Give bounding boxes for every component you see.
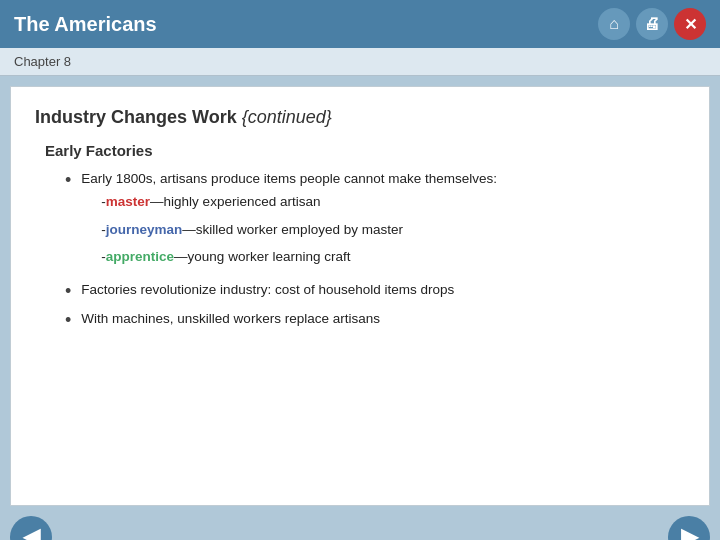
app-header: The Americans ⌂ 🖨 ✕ bbox=[0, 0, 720, 48]
app-title: The Americans bbox=[14, 13, 157, 36]
bullet-text: With machines, unskilled workers replace… bbox=[81, 309, 685, 329]
bullet-dot: • bbox=[65, 169, 71, 192]
chapter-bar: Chapter 8 bbox=[0, 48, 720, 76]
bullet-text: Factories revolutionize industry: cost o… bbox=[81, 280, 685, 300]
list-item: • With machines, unskilled workers repla… bbox=[65, 309, 685, 332]
prev-group: ◀ Previous bbox=[10, 516, 53, 540]
header-icon-group: ⌂ 🖨 ✕ bbox=[598, 8, 706, 40]
subsection-title: Early Factories bbox=[45, 142, 685, 159]
section-title-continued: {continued} bbox=[242, 107, 332, 127]
next-group: ▶ Next bbox=[668, 516, 710, 540]
list-item: • Early 1800s, artisans produce items pe… bbox=[65, 169, 685, 274]
bullet-list: • Early 1800s, artisans produce items pe… bbox=[65, 169, 685, 333]
prev-button[interactable]: ◀ bbox=[10, 516, 52, 540]
chapter-label: Chapter 8 bbox=[14, 54, 71, 69]
bullet-dot: • bbox=[65, 280, 71, 303]
sub-list: - master—highly experienced artisan - jo… bbox=[101, 191, 685, 268]
bullet-content: Early 1800s, artisans produce items peop… bbox=[81, 169, 685, 274]
term-master: master bbox=[106, 191, 150, 213]
sub-list-item: - apprentice—young worker learning craft bbox=[101, 246, 685, 268]
bullet-dot: • bbox=[65, 309, 71, 332]
next-button[interactable]: ▶ bbox=[668, 516, 710, 540]
term-journeyman: journeyman bbox=[106, 219, 183, 241]
close-button[interactable]: ✕ bbox=[674, 8, 706, 40]
list-item: • Factories revolutionize industry: cost… bbox=[65, 280, 685, 303]
bullet-text: Early 1800s, artisans produce items peop… bbox=[81, 171, 497, 186]
home-button[interactable]: ⌂ bbox=[598, 8, 630, 40]
footer-nav: ◀ Previous ▶ Next bbox=[0, 510, 720, 540]
print-button[interactable]: 🖨 bbox=[636, 8, 668, 40]
sub-list-item: - master—highly experienced artisan bbox=[101, 191, 685, 213]
term-apprentice: apprentice bbox=[106, 246, 174, 268]
sub-list-item: - journeyman—skilled worker employed by … bbox=[101, 219, 685, 241]
section-title: Industry Changes Work {continued} bbox=[35, 107, 685, 128]
main-content: Industry Changes Work {continued} Early … bbox=[10, 86, 710, 506]
